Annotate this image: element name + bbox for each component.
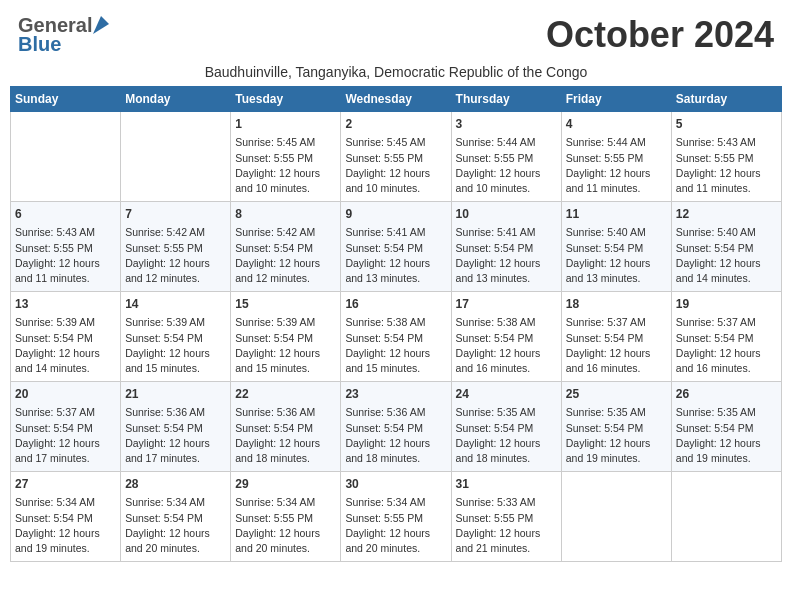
day-info: Sunrise: 5:34 AM Sunset: 5:54 PM Dayligh… xyxy=(15,495,116,556)
calendar-cell: 15Sunrise: 5:39 AM Sunset: 5:54 PM Dayli… xyxy=(231,292,341,382)
day-info: Sunrise: 5:34 AM Sunset: 5:54 PM Dayligh… xyxy=(125,495,226,556)
day-info: Sunrise: 5:42 AM Sunset: 5:54 PM Dayligh… xyxy=(235,225,336,286)
day-number: 19 xyxy=(676,296,777,313)
day-number: 20 xyxy=(15,386,116,403)
calendar-cell: 20Sunrise: 5:37 AM Sunset: 5:54 PM Dayli… xyxy=(11,382,121,472)
calendar-table: SundayMondayTuesdayWednesdayThursdayFrid… xyxy=(10,86,782,562)
calendar-cell: 22Sunrise: 5:36 AM Sunset: 5:54 PM Dayli… xyxy=(231,382,341,472)
day-info: Sunrise: 5:33 AM Sunset: 5:55 PM Dayligh… xyxy=(456,495,557,556)
logo-blue: Blue xyxy=(18,33,61,56)
day-number: 16 xyxy=(345,296,446,313)
col-header-saturday: Saturday xyxy=(671,87,781,112)
col-header-friday: Friday xyxy=(561,87,671,112)
day-info: Sunrise: 5:40 AM Sunset: 5:54 PM Dayligh… xyxy=(566,225,667,286)
calendar-cell: 2Sunrise: 5:45 AM Sunset: 5:55 PM Daylig… xyxy=(341,112,451,202)
calendar-cell xyxy=(561,472,671,562)
day-info: Sunrise: 5:39 AM Sunset: 5:54 PM Dayligh… xyxy=(125,315,226,376)
day-number: 5 xyxy=(676,116,777,133)
col-header-wednesday: Wednesday xyxy=(341,87,451,112)
day-info: Sunrise: 5:41 AM Sunset: 5:54 PM Dayligh… xyxy=(456,225,557,286)
day-info: Sunrise: 5:37 AM Sunset: 5:54 PM Dayligh… xyxy=(15,405,116,466)
calendar-cell: 12Sunrise: 5:40 AM Sunset: 5:54 PM Dayli… xyxy=(671,202,781,292)
calendar-cell: 25Sunrise: 5:35 AM Sunset: 5:54 PM Dayli… xyxy=(561,382,671,472)
calendar-cell: 16Sunrise: 5:38 AM Sunset: 5:54 PM Dayli… xyxy=(341,292,451,382)
day-number: 2 xyxy=(345,116,446,133)
calendar-cell xyxy=(121,112,231,202)
col-header-monday: Monday xyxy=(121,87,231,112)
day-number: 25 xyxy=(566,386,667,403)
calendar-cell xyxy=(671,472,781,562)
day-number: 11 xyxy=(566,206,667,223)
day-info: Sunrise: 5:35 AM Sunset: 5:54 PM Dayligh… xyxy=(456,405,557,466)
day-number: 24 xyxy=(456,386,557,403)
calendar-cell: 31Sunrise: 5:33 AM Sunset: 5:55 PM Dayli… xyxy=(451,472,561,562)
day-info: Sunrise: 5:36 AM Sunset: 5:54 PM Dayligh… xyxy=(125,405,226,466)
day-info: Sunrise: 5:36 AM Sunset: 5:54 PM Dayligh… xyxy=(345,405,446,466)
calendar-cell: 1Sunrise: 5:45 AM Sunset: 5:55 PM Daylig… xyxy=(231,112,341,202)
day-number: 17 xyxy=(456,296,557,313)
day-info: Sunrise: 5:34 AM Sunset: 5:55 PM Dayligh… xyxy=(235,495,336,556)
calendar-cell: 13Sunrise: 5:39 AM Sunset: 5:54 PM Dayli… xyxy=(11,292,121,382)
day-number: 22 xyxy=(235,386,336,403)
calendar-subtitle: Baudhuinville, Tanganyika, Democratic Re… xyxy=(10,64,782,80)
day-info: Sunrise: 5:45 AM Sunset: 5:55 PM Dayligh… xyxy=(345,135,446,196)
calendar-cell: 5Sunrise: 5:43 AM Sunset: 5:55 PM Daylig… xyxy=(671,112,781,202)
day-info: Sunrise: 5:37 AM Sunset: 5:54 PM Dayligh… xyxy=(566,315,667,376)
day-info: Sunrise: 5:43 AM Sunset: 5:55 PM Dayligh… xyxy=(15,225,116,286)
day-number: 27 xyxy=(15,476,116,493)
day-number: 31 xyxy=(456,476,557,493)
calendar-cell: 30Sunrise: 5:34 AM Sunset: 5:55 PM Dayli… xyxy=(341,472,451,562)
calendar-cell xyxy=(11,112,121,202)
day-number: 7 xyxy=(125,206,226,223)
day-number: 3 xyxy=(456,116,557,133)
day-number: 23 xyxy=(345,386,446,403)
day-info: Sunrise: 5:42 AM Sunset: 5:55 PM Dayligh… xyxy=(125,225,226,286)
day-info: Sunrise: 5:36 AM Sunset: 5:54 PM Dayligh… xyxy=(235,405,336,466)
day-info: Sunrise: 5:41 AM Sunset: 5:54 PM Dayligh… xyxy=(345,225,446,286)
calendar-cell: 9Sunrise: 5:41 AM Sunset: 5:54 PM Daylig… xyxy=(341,202,451,292)
day-info: Sunrise: 5:39 AM Sunset: 5:54 PM Dayligh… xyxy=(235,315,336,376)
calendar-cell: 18Sunrise: 5:37 AM Sunset: 5:54 PM Dayli… xyxy=(561,292,671,382)
calendar-cell: 27Sunrise: 5:34 AM Sunset: 5:54 PM Dayli… xyxy=(11,472,121,562)
calendar-cell: 7Sunrise: 5:42 AM Sunset: 5:55 PM Daylig… xyxy=(121,202,231,292)
day-info: Sunrise: 5:38 AM Sunset: 5:54 PM Dayligh… xyxy=(456,315,557,376)
day-number: 8 xyxy=(235,206,336,223)
month-title: October 2024 xyxy=(546,14,774,56)
calendar-cell: 10Sunrise: 5:41 AM Sunset: 5:54 PM Dayli… xyxy=(451,202,561,292)
day-info: Sunrise: 5:43 AM Sunset: 5:55 PM Dayligh… xyxy=(676,135,777,196)
day-number: 18 xyxy=(566,296,667,313)
day-number: 28 xyxy=(125,476,226,493)
day-info: Sunrise: 5:40 AM Sunset: 5:54 PM Dayligh… xyxy=(676,225,777,286)
day-info: Sunrise: 5:35 AM Sunset: 5:54 PM Dayligh… xyxy=(676,405,777,466)
day-number: 14 xyxy=(125,296,226,313)
logo: General Blue xyxy=(18,14,109,56)
day-info: Sunrise: 5:35 AM Sunset: 5:54 PM Dayligh… xyxy=(566,405,667,466)
day-number: 30 xyxy=(345,476,446,493)
day-info: Sunrise: 5:44 AM Sunset: 5:55 PM Dayligh… xyxy=(566,135,667,196)
calendar-cell: 14Sunrise: 5:39 AM Sunset: 5:54 PM Dayli… xyxy=(121,292,231,382)
day-info: Sunrise: 5:45 AM Sunset: 5:55 PM Dayligh… xyxy=(235,135,336,196)
calendar-cell: 24Sunrise: 5:35 AM Sunset: 5:54 PM Dayli… xyxy=(451,382,561,472)
day-number: 10 xyxy=(456,206,557,223)
day-number: 4 xyxy=(566,116,667,133)
day-number: 21 xyxy=(125,386,226,403)
calendar-cell: 4Sunrise: 5:44 AM Sunset: 5:55 PM Daylig… xyxy=(561,112,671,202)
day-info: Sunrise: 5:39 AM Sunset: 5:54 PM Dayligh… xyxy=(15,315,116,376)
calendar-cell: 26Sunrise: 5:35 AM Sunset: 5:54 PM Dayli… xyxy=(671,382,781,472)
day-info: Sunrise: 5:37 AM Sunset: 5:54 PM Dayligh… xyxy=(676,315,777,376)
day-number: 26 xyxy=(676,386,777,403)
col-header-tuesday: Tuesday xyxy=(231,87,341,112)
calendar-cell: 21Sunrise: 5:36 AM Sunset: 5:54 PM Dayli… xyxy=(121,382,231,472)
day-info: Sunrise: 5:38 AM Sunset: 5:54 PM Dayligh… xyxy=(345,315,446,376)
day-number: 1 xyxy=(235,116,336,133)
calendar-cell: 17Sunrise: 5:38 AM Sunset: 5:54 PM Dayli… xyxy=(451,292,561,382)
day-number: 13 xyxy=(15,296,116,313)
day-number: 12 xyxy=(676,206,777,223)
calendar-cell: 3Sunrise: 5:44 AM Sunset: 5:55 PM Daylig… xyxy=(451,112,561,202)
day-info: Sunrise: 5:44 AM Sunset: 5:55 PM Dayligh… xyxy=(456,135,557,196)
day-info: Sunrise: 5:34 AM Sunset: 5:55 PM Dayligh… xyxy=(345,495,446,556)
logo-bird-icon xyxy=(93,16,109,34)
calendar-cell: 23Sunrise: 5:36 AM Sunset: 5:54 PM Dayli… xyxy=(341,382,451,472)
col-header-sunday: Sunday xyxy=(11,87,121,112)
day-number: 6 xyxy=(15,206,116,223)
